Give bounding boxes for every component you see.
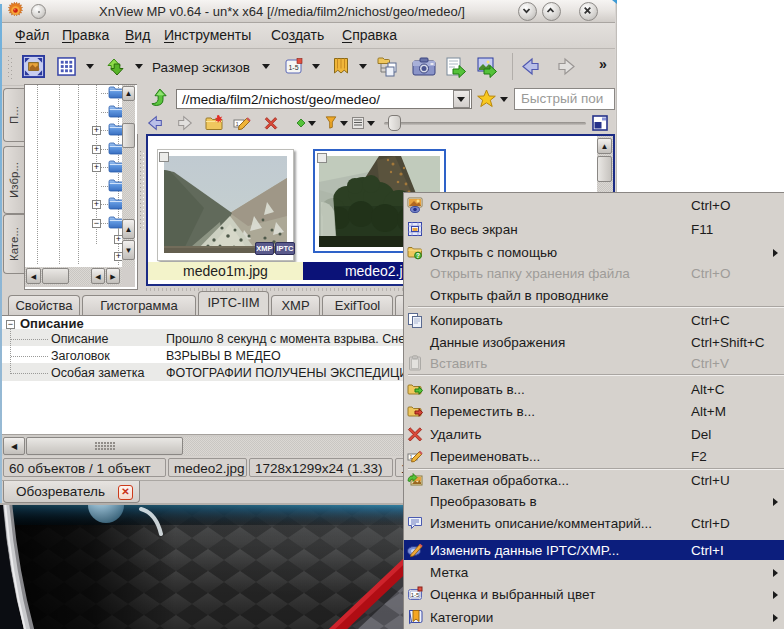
svg-text:?: ?	[416, 252, 420, 259]
svg-text:1-5: 1-5	[288, 64, 298, 71]
svg-text:1-5: 1-5	[411, 592, 420, 598]
